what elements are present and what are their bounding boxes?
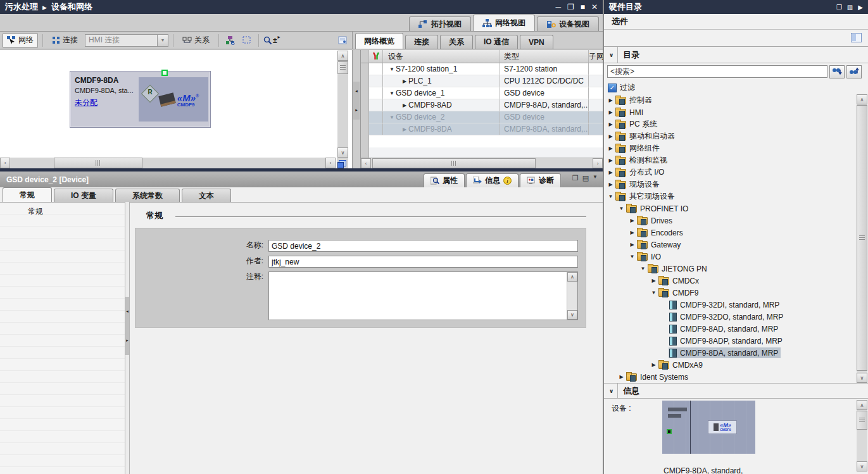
scroll-left-icon[interactable]: ‹ bbox=[361, 158, 371, 168]
inspector-splitter[interactable]: ◂ ▸ bbox=[125, 202, 130, 474]
expand-icon[interactable]: ▶ bbox=[607, 170, 615, 175]
overview-tab[interactable]: IO 通信 bbox=[475, 35, 518, 49]
float-icon[interactable]: ❐ bbox=[836, 4, 842, 11]
restore-icon[interactable]: ❐ bbox=[567, 0, 574, 14]
catalog-tree-item[interactable]: ▶ Ident Systems bbox=[605, 371, 855, 383]
expand-icon[interactable]: ▼ bbox=[607, 194, 615, 199]
expand-icon[interactable]: ▶ bbox=[401, 78, 408, 84]
catalog-tree-item[interactable]: ▶ CMDxA9 bbox=[605, 359, 855, 371]
inspector-mode-tab[interactable]: 属性 bbox=[424, 173, 465, 187]
list-icon[interactable]: ▤ bbox=[582, 174, 589, 182]
property-tab[interactable]: 常规 bbox=[3, 187, 52, 202]
expand-icon[interactable]: ▶ bbox=[401, 127, 408, 132]
expand-icon[interactable]: ▼ bbox=[617, 206, 626, 211]
collapse-right-icon[interactable]: ▸ bbox=[355, 108, 358, 113]
page-setup-button[interactable] bbox=[336, 34, 349, 47]
close-icon[interactable]: ✕ bbox=[591, 0, 598, 14]
scroll-down-icon[interactable]: ∨ bbox=[567, 310, 577, 320]
chevron-down-icon[interactable]: ▼ bbox=[157, 35, 168, 46]
relations-button[interactable]: 关系 bbox=[178, 34, 214, 47]
scrollbar-thumb[interactable] bbox=[857, 411, 867, 430]
expand-icon[interactable]: ▶ bbox=[650, 362, 658, 368]
catalog-tree-item[interactable]: CMDF9-8ADP, standard, MRP bbox=[605, 335, 855, 347]
textarea-scrollbar[interactable]: ∧ ∨ bbox=[567, 272, 577, 320]
scroll-up-icon[interactable]: ∧ bbox=[567, 272, 577, 282]
expand-icon[interactable]: ▼ bbox=[639, 266, 647, 271]
column-header-device[interactable]: 设备 bbox=[383, 50, 500, 63]
name-field[interactable] bbox=[268, 240, 578, 252]
catalog-tree-item[interactable]: CMDF9-8AD, standard, MRP bbox=[605, 323, 855, 335]
table-row[interactable]: ▶CMDF9-8AD CMDF9-8AD, standard,... bbox=[369, 99, 603, 111]
inspector-mode-tab[interactable]: 信息 i bbox=[466, 173, 519, 187]
split-icon[interactable]: ▥ bbox=[847, 4, 853, 11]
breadcrumb-project[interactable]: 污水处理 bbox=[5, 1, 38, 13]
filter-checkbox[interactable]: ✓ bbox=[608, 84, 617, 92]
scrollbar-thumb[interactable] bbox=[372, 158, 536, 168]
table-horizontal-scrollbar[interactable]: ‹ › bbox=[361, 158, 603, 168]
scroll-up-icon[interactable]: ∧ bbox=[337, 51, 348, 61]
expand-icon[interactable]: ▶ bbox=[607, 122, 615, 127]
canvas-vertical-scrollbar[interactable]: ∧ ∨ bbox=[337, 51, 348, 158]
catalog-tree-item[interactable]: ▶ 检测和监视 bbox=[605, 154, 855, 166]
assign-link[interactable]: 未分配 bbox=[75, 97, 97, 108]
catalog-tree-item[interactable]: ▼ PROFINET IO bbox=[605, 203, 855, 215]
property-tab[interactable]: 文本 bbox=[182, 189, 231, 202]
catalog-tree-item[interactable]: ▶ PC 系统 bbox=[605, 118, 855, 130]
table-row[interactable]: ▼GSD device_2 GSD device bbox=[369, 111, 603, 123]
expand-icon[interactable]: ▶ bbox=[607, 97, 615, 103]
scrollbar-thumb[interactable] bbox=[857, 105, 867, 371]
table-row[interactable]: ▶CMDF9-8DA CMDF9-8DA, standard,... bbox=[369, 123, 603, 135]
scroll-left-icon[interactable]: ‹ bbox=[0, 158, 10, 168]
catalog-tree-item[interactable]: ▶ Encoders bbox=[605, 227, 855, 239]
connections-button[interactable]: 连接 bbox=[47, 34, 82, 47]
device-node[interactable]: CMDF9-8DA CMDF9-8DA, sta... 未分配 R «M»® C… bbox=[70, 71, 211, 128]
expand-icon[interactable]: ▶ bbox=[628, 242, 636, 247]
network-mode-button[interactable]: 网络 bbox=[3, 34, 38, 47]
catalog-tree-item[interactable]: ▶ Drives bbox=[605, 215, 855, 227]
flyout-arrow-icon[interactable]: ▸ bbox=[278, 34, 280, 40]
catalog-tree-item[interactable]: ▶ 网络组件 bbox=[605, 142, 855, 154]
scrollbar-thumb[interactable] bbox=[337, 61, 348, 74]
view-tab[interactable]: 拓扑视图 bbox=[409, 16, 471, 31]
catalog-tree-item[interactable]: ▶ 现场设备 bbox=[605, 178, 855, 190]
expand-icon[interactable]: ▶ bbox=[607, 158, 615, 163]
minimize-icon[interactable]: ─ bbox=[555, 0, 561, 14]
catalog-tree-item[interactable]: ▼ 其它现场设备 bbox=[605, 190, 855, 203]
zoom-button[interactable]: ± ▸ bbox=[263, 36, 280, 45]
author-field[interactable] bbox=[268, 256, 578, 268]
catalog-tree-item[interactable]: ▶ 驱动和启动器 bbox=[605, 130, 855, 142]
overview-tab[interactable]: 连接 bbox=[405, 35, 438, 49]
catalog-tree-item[interactable]: ▶ 分布式 I/O bbox=[605, 166, 855, 178]
connection-type-dropdown[interactable]: HMI 连接 ▼ bbox=[85, 34, 168, 47]
view-tab[interactable]: 设备视图 bbox=[537, 16, 599, 31]
expand-icon[interactable]: ▶ bbox=[607, 182, 615, 187]
catalog-tree-item[interactable]: ▶ HMI bbox=[605, 106, 855, 118]
network-canvas[interactable]: CMDF9-8DA CMDF9-8DA, sta... 未分配 R «M»® C… bbox=[0, 50, 352, 168]
collapse-left-icon[interactable]: ◂ bbox=[355, 89, 358, 94]
collapse-panel-icon[interactable]: ▶ bbox=[858, 4, 863, 11]
scroll-right-icon[interactable]: › bbox=[593, 158, 603, 168]
property-tab[interactable]: IO 变量 bbox=[54, 189, 113, 202]
float-icon[interactable]: ❐ bbox=[572, 174, 579, 182]
scroll-down-icon[interactable]: ∨ bbox=[857, 461, 867, 471]
breadcrumb-page[interactable]: 设备和网络 bbox=[51, 1, 92, 13]
catalog-section-header[interactable]: ∨ 目录 bbox=[604, 47, 868, 63]
collapse-left-icon[interactable]: ◂ bbox=[126, 309, 129, 314]
catalog-tree-item[interactable]: ▼ JIETONG PN bbox=[605, 263, 855, 275]
catalog-tree-item[interactable]: CMDF9-32DO, standard, MRP bbox=[605, 311, 855, 323]
comment-field[interactable] bbox=[269, 272, 567, 320]
expand-icon[interactable]: ▶ bbox=[607, 109, 615, 115]
property-tab[interactable]: 系统常数 bbox=[115, 189, 180, 202]
scroll-down-icon[interactable]: ∨ bbox=[857, 373, 867, 383]
expand-icon[interactable]: ▶ bbox=[628, 230, 636, 235]
tree-scrollbar[interactable]: ∧ ∨ bbox=[857, 94, 867, 383]
expand-icon[interactable]: ▼ bbox=[388, 66, 396, 72]
column-header-subnet[interactable]: 子网 bbox=[589, 50, 603, 63]
catalog-tree-item[interactable]: ▶ 控制器 bbox=[605, 94, 855, 106]
expand-icon[interactable]: ▼ bbox=[650, 290, 658, 296]
table-row[interactable]: ▶PLC_1 CPU 1212C DC/DC/DC bbox=[369, 75, 603, 87]
chevron-down-icon[interactable]: ∨ bbox=[609, 47, 618, 63]
chevron-down-icon[interactable]: ∨ bbox=[609, 384, 618, 398]
maximize-icon[interactable]: ■ bbox=[581, 0, 585, 14]
scrollbar-thumb[interactable] bbox=[54, 158, 142, 168]
